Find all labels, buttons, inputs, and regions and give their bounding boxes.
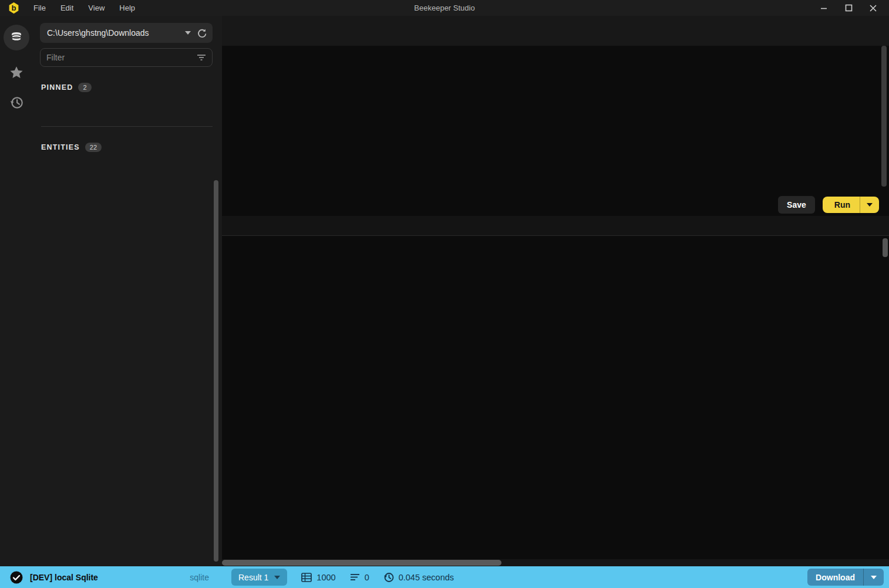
- filter-input[interactable]: [46, 53, 197, 62]
- menu-help[interactable]: Help: [119, 4, 135, 12]
- entities-count-badge: 22: [85, 143, 102, 152]
- history-icon[interactable]: [9, 95, 24, 110]
- line-numbers: [222, 51, 241, 194]
- menu-edit[interactable]: Edit: [60, 4, 73, 12]
- filter-field: [40, 48, 213, 67]
- editor-actions: Save Run: [222, 194, 889, 216]
- tab-bar: [222, 16, 889, 46]
- close-button[interactable]: [867, 2, 880, 15]
- pinned-count-badge: 2: [78, 83, 91, 92]
- query-time-stat: 0.045 seconds: [383, 572, 454, 583]
- status-bar: [DEV] local Sqlite sqlite Result 1 1000 …: [0, 566, 889, 588]
- menu-file[interactable]: File: [33, 4, 46, 12]
- chevron-down-icon: [185, 31, 191, 35]
- connection-ok-icon: [10, 571, 23, 584]
- run-dropdown-button[interactable]: [860, 203, 879, 207]
- results-table: [222, 216, 889, 566]
- vertical-scroll-thumb[interactable]: [883, 238, 888, 257]
- main-panel: Save Run: [222, 16, 889, 566]
- run-button[interactable]: Run: [823, 197, 879, 213]
- beekeeper-logo-icon: b: [8, 2, 20, 14]
- pinned-section-header: PINNED 2: [41, 83, 213, 92]
- sidebar-scrollbar[interactable]: [214, 180, 218, 562]
- connection-path: C:\Users\ghstng\Downloads: [47, 28, 183, 38]
- filter-icon: [197, 53, 206, 62]
- rows-icon: [350, 573, 360, 581]
- connection-name: [DEV] local Sqlite: [30, 573, 98, 582]
- refresh-icon[interactable]: [197, 28, 207, 38]
- menu-view[interactable]: View: [88, 4, 105, 12]
- chevron-down-icon: [871, 576, 877, 579]
- results-header: [222, 216, 889, 236]
- titlebar: b FileEditViewHelp Beekeeper Studio: [0, 0, 889, 16]
- editor-scrollbar[interactable]: [881, 46, 887, 187]
- chevron-down-icon: [274, 576, 280, 579]
- favorites-star-icon[interactable]: [9, 65, 24, 80]
- save-button[interactable]: Save: [778, 196, 815, 214]
- database-nav-icon[interactable]: [4, 25, 29, 50]
- results-rows: [222, 236, 889, 566]
- icon-rail: [0, 16, 32, 566]
- pinned-item-customer[interactable]: [32, 96, 207, 114]
- horizontal-scrollbar[interactable]: [222, 559, 889, 566]
- sql-editor[interactable]: [222, 46, 889, 194]
- affected-rows-stat: 0: [350, 573, 369, 582]
- result-selector[interactable]: Result 1: [231, 569, 287, 586]
- maximize-button[interactable]: [842, 2, 855, 15]
- horizontal-scroll-thumb[interactable]: [222, 560, 501, 566]
- connection-selector[interactable]: C:\Users\ghstng\Downloads: [40, 23, 213, 43]
- download-dropdown-button[interactable]: [864, 576, 884, 579]
- sidebar: C:\Users\ghstng\Downloads PINNED 2: [32, 16, 222, 566]
- entities-section-header: ENTITIES 22: [41, 143, 213, 152]
- db-type-label: sqlite: [190, 573, 209, 582]
- svg-text:b: b: [11, 4, 16, 12]
- clock-icon: [383, 572, 394, 583]
- row-count-stat: 1000: [301, 573, 335, 582]
- table-icon: [301, 573, 312, 582]
- menu-bar: FileEditViewHelp: [33, 4, 135, 12]
- chevron-down-icon: [867, 203, 873, 207]
- minimize-button[interactable]: [817, 2, 830, 15]
- download-button[interactable]: Download: [807, 569, 884, 586]
- sidebar-divider: [41, 126, 213, 127]
